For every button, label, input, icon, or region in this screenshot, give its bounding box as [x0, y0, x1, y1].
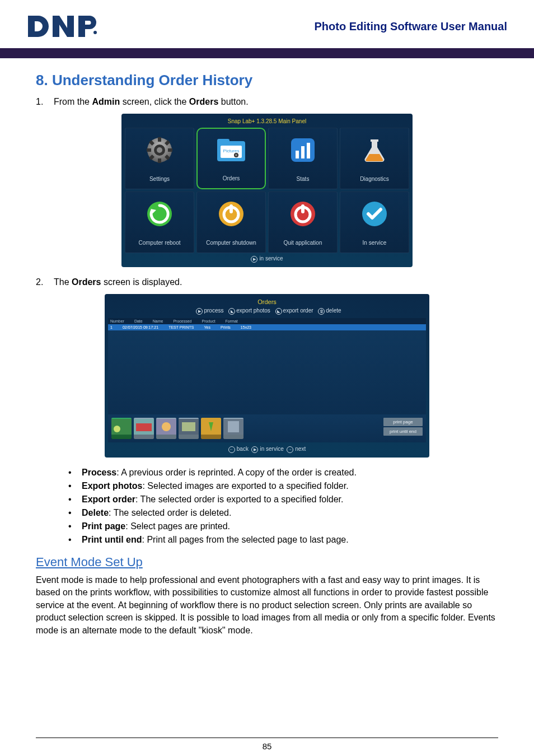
thumbnail[interactable] [201, 418, 221, 439]
page-footer: 85 [36, 738, 498, 751]
thumbnail[interactable] [179, 418, 199, 439]
play-icon: ▶ [251, 446, 258, 453]
thumbnail[interactable] [111, 418, 132, 439]
admin-panel-figure: Snap Lab+ 1.3.28.5 Main Panel Settings P… [36, 114, 498, 267]
step-text: From the Admin screen, click the Orders … [54, 97, 249, 107]
refresh-icon [144, 199, 175, 229]
doc-title: Photo Editing Software User Manual [315, 20, 507, 33]
orders-footer: ←back ▶in service →next [108, 442, 426, 454]
svg-point-35 [162, 422, 171, 431]
pictures-folder-icon: Pictures [215, 136, 247, 164]
svg-rect-33 [136, 423, 152, 431]
list-item: •Print page: Select pages are printed. [68, 521, 498, 531]
brand-logo [27, 13, 100, 39]
back-arrow-icon: ← [228, 446, 235, 453]
list-item: •Export order: The selected order is exp… [68, 494, 498, 505]
header-divider [0, 48, 534, 58]
action-export-photos[interactable]: export photos [236, 307, 270, 314]
page-content: 8. Understanding Order History 1. From t… [0, 58, 534, 756]
tag-icon: ◣ [275, 308, 282, 315]
svg-rect-20 [301, 146, 305, 158]
step-text: The Orders screen is displayed. [54, 277, 182, 287]
svg-rect-5 [158, 158, 161, 163]
orders-actions: ▶process ◣export photos ◣export order 🗑d… [108, 307, 426, 318]
play-icon: ▶ [251, 256, 257, 263]
admin-label: Quit application [284, 240, 322, 246]
svg-rect-6 [147, 148, 151, 152]
orders-table-header: Number Date Name Processed Product Forma… [108, 318, 426, 324]
forward-arrow-icon: → [287, 446, 293, 453]
print-page-button[interactable]: print page [383, 418, 423, 426]
thumbnail[interactable] [223, 418, 243, 439]
footer-back[interactable]: back [237, 446, 249, 452]
orders-panel-figure: Orders ▶process ◣export photos ◣export o… [36, 294, 498, 458]
admin-cell-shutdown[interactable]: Computer shutdown [196, 192, 266, 253]
svg-rect-7 [168, 148, 172, 152]
power-off-icon [288, 199, 318, 229]
admin-label: Orders [223, 175, 240, 181]
tag-icon: ◣ [228, 308, 235, 315]
admin-grid: Settings Pictures Orders Stats [125, 128, 409, 253]
admin-label: Settings [149, 176, 170, 182]
admin-footer: ▶in service [125, 253, 409, 264]
admin-cell-reboot[interactable]: Computer reboot [125, 192, 194, 253]
svg-point-0 [93, 31, 97, 34]
admin-label: Stats [297, 176, 310, 182]
footer-next[interactable]: next [295, 446, 306, 452]
bar-chart-icon [288, 135, 318, 165]
orders-thumbnails: print page print until end [108, 414, 426, 442]
thumbnail[interactable] [156, 418, 176, 439]
power-icon [216, 199, 246, 229]
orders-body [108, 330, 426, 414]
page-number: 85 [263, 741, 272, 751]
beaker-icon [359, 135, 390, 165]
gear-icon [144, 135, 175, 165]
admin-cell-orders[interactable]: Pictures Orders [196, 128, 266, 189]
action-export-order[interactable]: export order [283, 307, 313, 314]
svg-rect-40 [228, 421, 239, 432]
admin-cell-inservice[interactable]: In service [340, 192, 409, 253]
section-heading: 8. Understanding Order History [36, 72, 498, 89]
bullet-icon: • [68, 468, 82, 478]
admin-cell-quit[interactable]: Quit application [268, 192, 338, 253]
trash-icon: 🗑 [318, 308, 325, 315]
svg-text:Pictures: Pictures [223, 148, 240, 153]
step-1: 1. From the Admin screen, click the Orde… [36, 97, 498, 107]
svg-rect-30 [111, 419, 132, 435]
svg-rect-13 [217, 139, 229, 144]
svg-rect-28 [301, 204, 305, 213]
bullet-icon: • [68, 481, 82, 491]
action-delete[interactable]: delete [326, 307, 341, 314]
orders-panel: Orders ▶process ◣export photos ◣export o… [105, 294, 429, 458]
bullet-icon: • [68, 521, 82, 531]
admin-cell-settings[interactable]: Settings [125, 128, 194, 189]
admin-cell-stats[interactable]: Stats [268, 128, 338, 189]
subsection-heading: Event Mode Set Up [36, 555, 498, 570]
orders-table-row[interactable]: 1 02/07/2015 09:17:21 TEST PRINTS Yes Pr… [108, 324, 426, 330]
admin-cell-diagnostics[interactable]: Diagnostics [340, 128, 409, 189]
thumbnail[interactable] [134, 418, 154, 439]
svg-point-3 [157, 147, 162, 153]
svg-rect-37 [182, 422, 195, 431]
step-number: 2. [36, 277, 54, 287]
admin-panel-title: Snap Lab+ 1.3.28.5 Main Panel [125, 117, 409, 128]
bullet-icon: • [68, 508, 82, 518]
svg-rect-21 [307, 143, 310, 158]
action-process[interactable]: process [204, 307, 223, 314]
side-buttons: print page print until end [383, 418, 423, 436]
checkmark-icon [359, 199, 390, 229]
svg-rect-19 [296, 151, 299, 158]
admin-label: Computer shutdown [206, 240, 256, 246]
bullet-icon: • [68, 535, 82, 545]
svg-point-17 [235, 154, 237, 156]
footer-in-service[interactable]: in service [260, 446, 283, 452]
orders-title: Orders [108, 297, 426, 307]
admin-label: Diagnostics [360, 176, 389, 182]
admin-panel: Snap Lab+ 1.3.28.5 Main Panel Settings P… [121, 114, 413, 267]
step-2: 2. The Orders screen is displayed. [36, 277, 498, 287]
subsection-paragraph: Event mode is made to help professional … [36, 574, 498, 637]
bullet-icon: • [68, 494, 82, 505]
admin-label: In service [363, 240, 387, 246]
print-until-end-button[interactable]: print until end [383, 427, 423, 436]
page-header: Photo Editing Software User Manual [0, 0, 534, 48]
